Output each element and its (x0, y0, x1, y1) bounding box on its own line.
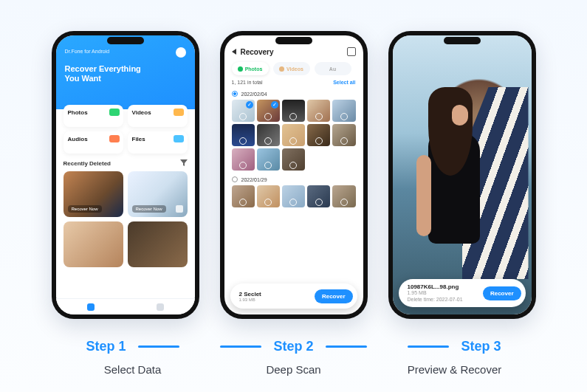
scan-thumb[interactable] (232, 100, 255, 122)
scan-thumb[interactable] (332, 124, 355, 146)
scan-thumb[interactable] (282, 124, 305, 146)
scan-thumb[interactable] (307, 100, 330, 122)
date-row[interactable]: 2022/01/29 (232, 176, 356, 182)
app-brand: Dr.Fone for Android (65, 49, 186, 54)
video-dot-icon (279, 66, 284, 72)
scan-thumb[interactable] (232, 148, 255, 171)
step3-caption: Preview & Recover (374, 363, 535, 376)
recovery-title: Recovery (241, 48, 343, 56)
scan-thumb[interactable] (332, 185, 355, 207)
radio-unchecked-icon[interactable] (232, 176, 238, 182)
step-1: Step 1 Select Data (52, 339, 213, 376)
phone2-screen: Recovery Photos Videos Au 1, 121 in tota… (224, 35, 363, 314)
preview-photo[interactable] (393, 35, 532, 314)
date-label: 2022/01/29 (241, 177, 267, 182)
scan-thumb[interactable] (307, 185, 330, 207)
file-delete-time: Delete time: 2022-07-01 (408, 297, 463, 303)
date-group-1: 2022/02/04 (224, 88, 363, 171)
step-connector (408, 345, 449, 348)
steps-row: Step 1 Select Data Step 2 Deep Scan Step… (0, 339, 587, 376)
tile-files[interactable]: Files (128, 131, 188, 154)
step2-caption: Deep Scan (213, 363, 374, 376)
nav-trash-icon[interactable] (157, 303, 164, 311)
tab-photos[interactable]: Photos (232, 62, 269, 75)
tile-audios[interactable]: Audios (63, 131, 123, 154)
scan-thumb[interactable] (282, 148, 305, 171)
tab-videos-label: Videos (286, 66, 303, 72)
phone-step3: 10987K6L...98.png 1.95 MB Delete time: 2… (388, 31, 536, 319)
gallery-thumb[interactable] (128, 221, 188, 267)
qr-scan-icon[interactable] (347, 47, 356, 56)
header-title: Recover Everything You Want (65, 64, 186, 83)
phone1-screen: Dr.Fone for Android Recover Everything Y… (56, 35, 195, 314)
recently-deleted-gallery: Recover Now Recover Now (56, 167, 195, 267)
file-info-text: 10987K6L...98.png 1.95 MB Delete time: 2… (408, 283, 463, 303)
scan-thumb[interactable] (282, 100, 305, 122)
radio-checked-icon[interactable] (232, 91, 238, 97)
step-connector (326, 345, 367, 348)
file-icon (174, 135, 184, 142)
category-tiles: Photos Videos Audios Files (56, 105, 195, 154)
recover-bar: 2 Seclet 1.93 MB Recover (230, 283, 357, 309)
gallery-thumb[interactable]: Recover Now (128, 171, 188, 217)
selected-size: 1.93 MB (239, 298, 261, 302)
recover-button[interactable]: Recover (315, 289, 353, 303)
results-meta: 1, 121 in total Select all (224, 78, 363, 88)
audio-icon (109, 135, 120, 142)
thumb-grid (232, 185, 356, 207)
file-name: 10987K6L...98.png (408, 283, 463, 291)
date-group-2: 2022/01/29 (224, 173, 363, 207)
scan-thumb[interactable] (232, 124, 255, 146)
recently-deleted-title: Recently Deleted (63, 160, 111, 167)
step-3: Step 3 Preview & Recover (374, 339, 535, 376)
photo-icon (109, 109, 120, 116)
date-label: 2022/02/04 (241, 92, 267, 97)
recover-button[interactable]: Recover (483, 286, 521, 300)
select-icon[interactable] (176, 205, 183, 213)
scan-thumb[interactable] (282, 185, 305, 207)
scan-thumb[interactable] (332, 100, 355, 122)
phone3-screen: 10987K6L...98.png 1.95 MB Delete time: 2… (393, 35, 532, 314)
selected-count: 2 Seclet (239, 291, 261, 298)
phone1-header: Dr.Fone for Android Recover Everything Y… (56, 35, 195, 109)
scan-thumb[interactable] (257, 100, 280, 122)
tile-photos[interactable]: Photos (63, 105, 123, 127)
scan-thumb[interactable] (232, 185, 255, 207)
tab-audio[interactable]: Au (315, 62, 351, 75)
thumb-recover-btn[interactable]: Recover Now (132, 205, 166, 213)
step-connector (138, 345, 179, 348)
avatar[interactable] (176, 47, 186, 58)
scan-thumb[interactable] (307, 124, 330, 146)
date-row[interactable]: 2022/02/04 (232, 91, 356, 97)
file-size: 1.95 MB (408, 290, 463, 296)
select-all-button[interactable]: Select all (333, 80, 355, 85)
header-title-line1: Recover Everything (65, 64, 141, 73)
gallery-thumb[interactable]: Recover Now (63, 171, 123, 217)
tab-videos[interactable]: Videos (273, 62, 310, 75)
photo-person (413, 87, 493, 264)
step1-caption: Select Data (52, 363, 213, 376)
photo-dot-icon (238, 66, 243, 72)
phone2-topbar: Recovery (224, 35, 363, 59)
step3-label: Step 3 (461, 339, 501, 354)
file-info-bar: 10987K6L...98.png 1.95 MB Delete time: 2… (399, 279, 526, 307)
gallery-thumb[interactable] (63, 221, 123, 267)
scan-thumb[interactable] (257, 124, 280, 146)
step-2: Step 2 Deep Scan (213, 339, 374, 376)
thumb-recover-btn[interactable]: Recover Now (68, 205, 102, 213)
back-icon[interactable] (232, 49, 236, 55)
step-connector (220, 345, 261, 348)
video-icon (174, 109, 184, 116)
filter-icon[interactable] (180, 159, 188, 167)
recover-bar-text: 2 Seclet 1.93 MB (239, 291, 261, 302)
total-count: 1, 121 in total (232, 80, 263, 85)
bottom-nav (56, 298, 195, 314)
tab-photos-label: Photos (245, 66, 263, 72)
phone-step2: Recovery Photos Videos Au 1, 121 in tota… (220, 31, 368, 319)
thumb-grid (232, 100, 356, 171)
header-title-line2: You Want (65, 74, 102, 83)
scan-thumb[interactable] (257, 148, 280, 171)
tile-videos[interactable]: Videos (128, 105, 188, 127)
nav-home-icon[interactable] (87, 303, 95, 311)
scan-thumb[interactable] (257, 185, 280, 207)
